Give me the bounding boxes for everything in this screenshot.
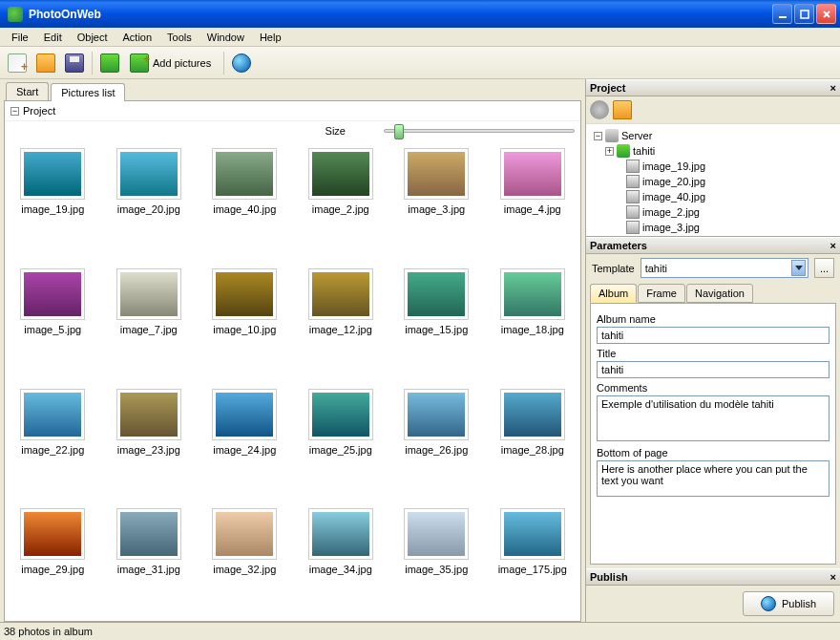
folder-open-icon [36, 53, 55, 73]
thumbnail-item[interactable]: image_25.jpg [297, 389, 386, 494]
tab-pictures-list[interactable]: Pictures list [51, 83, 125, 101]
thumbnail-item[interactable]: image_24.jpg [200, 389, 289, 494]
thumbnail-image [500, 268, 565, 320]
thumbnail-item[interactable]: image_4.jpg [489, 148, 578, 253]
template-combo[interactable]: tahiti [640, 258, 808, 278]
bottom-input[interactable]: Here is another place where you can put … [597, 460, 830, 497]
thumbnail-label: image_23.jpg [117, 444, 180, 456]
thumbnail-image [116, 389, 181, 440]
thumbnail-label: image_18.jpg [501, 324, 564, 335]
thumbnail-item[interactable]: image_19.jpg [9, 148, 97, 253]
project-toolbar [586, 96, 840, 124]
thumbnail-item[interactable]: image_10.jpg [200, 268, 289, 373]
thumbnail-item[interactable]: image_18.jpg [489, 268, 578, 373]
tree-collapse-icon[interactable]: − [594, 132, 602, 140]
thumbnail-image [308, 389, 373, 440]
thumbnail-label: image_5.jpg [24, 324, 81, 335]
template-value: tahiti [645, 263, 667, 274]
thumbnail-image [20, 148, 85, 200]
server-icon [605, 129, 619, 142]
project-tree[interactable]: −Server +tahiti image_19.jpgimage_20.jpg… [586, 124, 840, 237]
menu-file[interactable]: File [4, 30, 36, 45]
thumbnail-label: image_35.jpg [405, 564, 468, 575]
template-browse-button[interactable]: ... [814, 258, 834, 278]
tree-album[interactable]: tahiti [633, 145, 655, 157]
thumbnail-image [116, 508, 181, 560]
thumbnail-image [404, 389, 469, 440]
thumbnail-item[interactable]: image_7.jpg [105, 268, 194, 373]
tab-start[interactable]: Start [6, 82, 49, 100]
save-project-button[interactable] [61, 50, 88, 76]
tree-expand-icon[interactable]: + [605, 147, 614, 156]
tree-image-label: image_3.jpg [642, 222, 700, 233]
close-button[interactable] [816, 4, 836, 24]
tab-album[interactable]: Album [590, 284, 637, 303]
thumbnail-item[interactable]: image_28.jpg [489, 389, 578, 494]
thumbnail-item[interactable]: image_22.jpg [9, 389, 97, 494]
dropdown-icon[interactable] [791, 260, 806, 276]
thumbnail-image [20, 268, 85, 320]
tree-image-item[interactable]: image_20.jpg [594, 174, 836, 189]
thumbnail-item[interactable]: image_31.jpg [105, 508, 194, 613]
tab-navigation[interactable]: Navigation [686, 284, 753, 303]
main-tabs: Start Pictures list [0, 79, 585, 100]
open-project-button[interactable] [32, 50, 59, 76]
thumbnail-item[interactable]: image_12.jpg [297, 268, 386, 373]
save-icon [65, 53, 84, 73]
thumbnail-item[interactable]: image_3.jpg [392, 148, 481, 253]
thumbnail-item[interactable]: image_15.jpg [392, 268, 481, 373]
thumbnail-label: image_3.jpg [408, 203, 465, 215]
thumbnail-image [116, 148, 181, 200]
thumbnail-item[interactable]: image_34.jpg [297, 508, 386, 613]
thumbnail-item[interactable]: image_35.jpg [392, 508, 481, 613]
album-name-label: Album name [597, 313, 830, 325]
minimize-button[interactable] [772, 4, 792, 24]
thumbnail-image [404, 268, 469, 320]
gear-icon[interactable] [590, 100, 609, 119]
thumbnail-item[interactable]: image_32.jpg [200, 508, 289, 613]
folder-icon[interactable] [613, 100, 632, 119]
tree-image-item[interactable]: image_3.jpg [594, 220, 836, 235]
publish-web-button[interactable] [228, 50, 255, 76]
tree-image-item[interactable]: image_19.jpg [594, 159, 836, 174]
new-album-button[interactable] [96, 50, 123, 76]
parameters-panel-close-icon[interactable]: × [830, 240, 836, 251]
thumbnail-item[interactable]: image_5.jpg [9, 268, 97, 373]
menu-object[interactable]: Object [70, 30, 116, 45]
title-input[interactable] [597, 361, 830, 378]
thumbnail-item[interactable]: image_20.jpg [105, 148, 194, 253]
thumbnail-image [404, 508, 469, 560]
album-name-input[interactable] [597, 327, 830, 344]
tree-server[interactable]: Server [621, 130, 652, 141]
thumbnail-item[interactable]: image_23.jpg [105, 389, 194, 494]
tree-image-item[interactable]: image_40.jpg [594, 189, 836, 204]
menu-tools[interactable]: Tools [159, 30, 200, 45]
thumbnail-item[interactable]: image_26.jpg [392, 389, 481, 494]
thumbnail-item[interactable]: image_29.jpg [9, 508, 97, 613]
menu-window[interactable]: Window [200, 30, 252, 45]
menu-action[interactable]: Action [116, 30, 160, 45]
thumbnail-label: image_34.jpg [309, 564, 372, 575]
parameters-panel-title: Parameters [590, 240, 647, 251]
thumbnail-item[interactable]: image_40.jpg [200, 148, 289, 253]
thumbnail-size-slider[interactable] [384, 129, 575, 133]
add-pictures-icon [130, 53, 149, 73]
thumbnail-item[interactable]: image_2.jpg [297, 148, 386, 253]
maximize-button[interactable] [794, 4, 814, 24]
publish-panel-close-icon[interactable]: × [830, 571, 836, 583]
comments-input[interactable]: Exemple d'utilisation du modèle tahiti [597, 395, 830, 441]
menu-edit[interactable]: Edit [36, 30, 70, 45]
image-file-icon [626, 205, 640, 219]
thumbnail-label: image_19.jpg [21, 203, 84, 215]
tab-frame[interactable]: Frame [638, 284, 685, 303]
menu-help[interactable]: Help [252, 30, 289, 45]
publish-button[interactable]: Publish [743, 591, 834, 616]
collapse-icon[interactable]: − [10, 107, 19, 116]
new-project-button[interactable] [4, 50, 31, 76]
thumbnail-item[interactable]: image_175.jpg [489, 508, 578, 613]
template-label: Template [592, 263, 635, 274]
image-file-icon [626, 175, 640, 188]
project-panel-close-icon[interactable]: × [830, 82, 836, 94]
add-pictures-button[interactable]: Add pictures [125, 50, 220, 76]
tree-image-item[interactable]: image_2.jpg [594, 204, 836, 220]
